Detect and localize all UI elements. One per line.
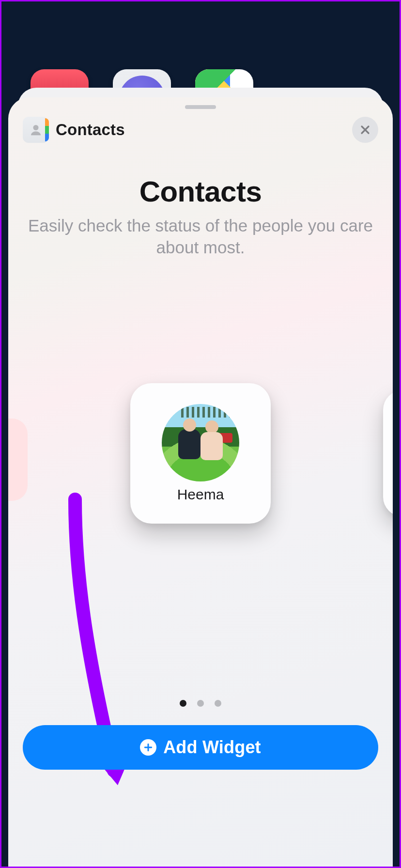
- sheet-header: Contacts: [23, 117, 378, 143]
- title-block: Contacts Easily check the status of the …: [28, 175, 373, 259]
- page-dot-1[interactable]: [180, 700, 186, 707]
- sheet-app-label: Contacts: [56, 121, 125, 139]
- contact-avatar: [162, 404, 239, 481]
- widget-preview-next[interactable]: [383, 390, 393, 516]
- widget-preview-prev[interactable]: [8, 418, 28, 501]
- svg-point-0: [33, 125, 39, 130]
- add-widget-label: Add Widget: [163, 737, 261, 758]
- contact-name-label: Heema: [177, 486, 224, 503]
- close-button[interactable]: [352, 117, 378, 143]
- widget-description: Easily check the status of the people yo…: [28, 215, 373, 259]
- pagination-dots[interactable]: [8, 700, 393, 707]
- sheet-grabber[interactable]: [185, 105, 216, 109]
- widget-picker-sheet: Contacts Contacts Easily check the statu…: [8, 97, 393, 867]
- add-widget-button[interactable]: Add Widget: [23, 725, 378, 770]
- contacts-app-icon: [23, 117, 49, 143]
- widget-size-carousel[interactable]: Heema: [8, 383, 393, 528]
- widget-title: Contacts: [28, 175, 373, 208]
- plus-circle-icon: [140, 739, 156, 756]
- close-icon: [359, 124, 371, 136]
- widget-preview-small[interactable]: Heema: [130, 383, 271, 524]
- page-dot-3[interactable]: [215, 700, 221, 707]
- page-dot-2[interactable]: [197, 700, 204, 707]
